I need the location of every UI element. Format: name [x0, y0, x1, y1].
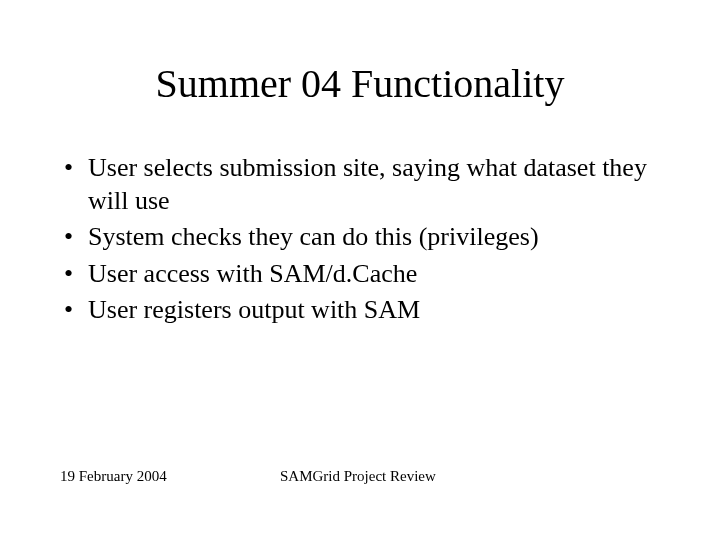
- bullet-item: User access with SAM/d.Cache: [60, 258, 660, 291]
- footer-date: 19 February 2004: [60, 468, 260, 485]
- footer-title: SAMGrid Project Review: [260, 468, 660, 485]
- slide-title: Summer 04 Functionality: [60, 60, 660, 107]
- bullet-list: User selects submission site, saying wha…: [60, 152, 660, 327]
- slide: Summer 04 Functionality User selects sub…: [0, 0, 720, 540]
- bullet-item: User selects submission site, saying wha…: [60, 152, 660, 217]
- bullet-item: User registers output with SAM: [60, 294, 660, 327]
- bullet-item: System checks they can do this (privileg…: [60, 221, 660, 254]
- slide-content: User selects submission site, saying wha…: [60, 152, 660, 468]
- slide-footer: 19 February 2004 SAMGrid Project Review: [60, 468, 660, 500]
